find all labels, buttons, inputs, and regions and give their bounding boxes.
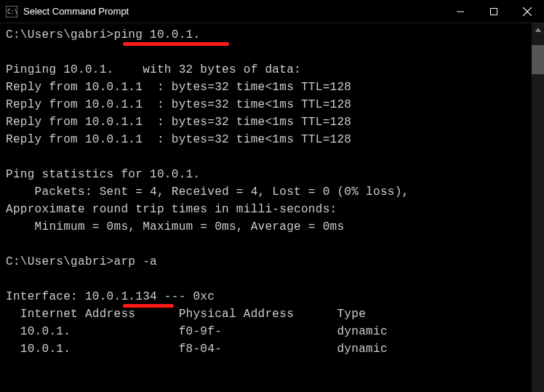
arp-row: 10.0.1. f0-9f- dynamic	[6, 323, 538, 340]
blank-line	[6, 148, 538, 166]
maximize-button[interactable]	[477, 0, 511, 23]
ping-packets: Packets: Sent = 4, Received = 4, Lost = …	[6, 183, 538, 201]
scrollbar-thumb[interactable]	[532, 45, 544, 74]
ping-reply: Reply from 10.0.1.1 : bytes=32 time<1ms …	[6, 96, 538, 113]
command-text: arp -a	[114, 255, 157, 268]
rtt-header: Approximate round trip times in milli-se…	[6, 201, 538, 218]
arp-interface: Interface: 10.0.1.134 --- 0xc	[6, 288, 538, 305]
prompt-text: C:\Users\gabri>	[6, 255, 114, 268]
window-title: Select Command Prompt	[23, 6, 444, 17]
blank-line	[6, 44, 538, 61]
rtt-values: Minimum = 0ms, Maximum = 0ms, Average = …	[6, 218, 538, 236]
ping-stats-header: Ping statistics for 10.0.1.	[6, 166, 538, 183]
prompt-line: C:\Users\gabri>ping 10.0.1.	[6, 26, 538, 44]
ping-header: Pinging 10.0.1. with 32 bytes of data:	[6, 61, 538, 79]
close-button[interactable]	[511, 0, 544, 23]
arp-header: Internet Address Physical Address Type	[6, 305, 538, 323]
ping-reply: Reply from 10.0.1.1 : bytes=32 time<1ms …	[6, 113, 538, 131]
prompt-text: C:\Users\gabri>	[6, 28, 114, 41]
blank-line	[6, 271, 538, 288]
highlight-underline	[123, 304, 174, 308]
scrollbar[interactable]	[532, 23, 544, 392]
window-titlebar: C:\ Select Command Prompt	[0, 0, 544, 23]
cmd-icon: C:\	[6, 6, 17, 17]
blank-line	[6, 236, 538, 253]
prompt-line: C:\Users\gabri>arp -a	[6, 253, 538, 271]
scrollbar-up-arrow[interactable]	[532, 23, 544, 36]
window-controls	[444, 0, 544, 23]
arp-row: 10.0.1. f8-04- dynamic	[6, 340, 538, 358]
minimize-button[interactable]	[444, 0, 477, 23]
highlight-underline	[123, 42, 229, 46]
ping-reply: Reply from 10.0.1.1 : bytes=32 time<1ms …	[6, 79, 538, 96]
svg-text:C:\: C:\	[7, 9, 17, 15]
command-text: ping 10.0.1.	[114, 28, 201, 41]
terminal-output[interactable]: C:\Users\gabri>ping 10.0.1. Pinging 10.0…	[0, 23, 544, 392]
ping-reply: Reply from 10.0.1.1 : bytes=32 time<1ms …	[6, 131, 538, 148]
svg-rect-3	[491, 9, 497, 15]
